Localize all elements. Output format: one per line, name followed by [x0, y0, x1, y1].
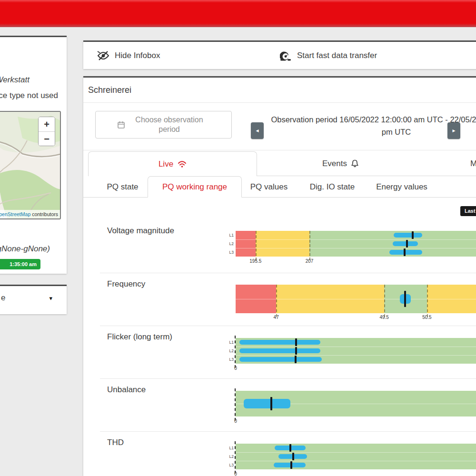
subtab-label: Dig. IO state [310, 182, 355, 192]
eye-off-icon [97, 50, 109, 61]
tab-live[interactable]: Live [88, 151, 257, 176]
device-name-label: Werkstatt [0, 75, 30, 85]
device-code-label: (gNone-gNone) [0, 244, 50, 254]
zero-axis-line [235, 441, 236, 474]
range-bar-L2 [393, 241, 418, 246]
zero-axis-line [235, 388, 236, 421]
zone-boundary-line [384, 285, 385, 317]
device-type-label: Device type not used [0, 91, 58, 100]
last-period-badge[interactable]: Last [460, 206, 476, 216]
axis-tick-label: 0 [234, 418, 237, 424]
sub-tab-bar: PQ state PQ working range PQ values Dig.… [83, 176, 476, 198]
chart-title-flicker-long-term: Flicker (long term) [107, 332, 172, 342]
phase-label: L3 [226, 357, 234, 362]
page-title: Schreinerei [88, 85, 131, 95]
zone-boundary-line [256, 231, 257, 260]
row-divider [236, 239, 476, 240]
range-bar-L3 [389, 250, 422, 255]
location-map[interactable]: + − © OpenStreetMap contributors [0, 111, 61, 219]
zone-yellow [256, 231, 309, 257]
subtab-dig-io-state[interactable]: Dig. IO state [301, 176, 363, 198]
median-marker-L2 [295, 347, 297, 355]
map-zoom-in-button[interactable]: + [39, 117, 55, 131]
axis-tick-label: 0 [234, 366, 237, 371]
axis-tick-label: 0 [234, 471, 237, 476]
median-marker-frequency [404, 291, 406, 307]
divider [100, 378, 476, 379]
subtab-label: PQ working range [162, 182, 227, 192]
subtab-label: Energy values [376, 182, 427, 192]
wifi-icon [178, 160, 187, 168]
chart-plot-thd [236, 444, 476, 469]
zero-axis-line [235, 336, 236, 368]
median-marker-L1 [412, 231, 414, 239]
bell-icon [351, 159, 358, 168]
zone-red [236, 231, 256, 257]
subtab-pq-working-range[interactable]: PQ working range [148, 176, 242, 198]
subtab-label: PQ values [250, 182, 288, 192]
main-tab-bar: Live Events M [83, 151, 476, 176]
map-zoom-out-button[interactable]: − [39, 131, 55, 146]
gauge-icon [280, 50, 291, 61]
last-reading-time-badge: 1:35:00 am [0, 259, 40, 269]
phase-label: L2 [226, 348, 234, 353]
arrow-right-icon: ▸ [452, 127, 455, 134]
zone-boundary-line [309, 231, 310, 260]
row-divider [236, 461, 476, 461]
chart-title-unbalance: Unbalance [107, 385, 146, 395]
tab-live-label: Live [159, 159, 173, 169]
calendar-icon [118, 121, 125, 129]
start-fast-transfer-label: Start fast data transfer [297, 51, 377, 60]
map-attribution: © OpenStreetMap contributors [0, 210, 60, 218]
map-attribution-link[interactable]: © OpenStreetMap [0, 211, 30, 217]
subtab-energy-values[interactable]: Energy values [370, 176, 433, 198]
map-zoom-control: + − [38, 117, 55, 146]
divider [100, 273, 476, 273]
hide-infobox-button[interactable]: Hide Infobox [97, 42, 160, 69]
zone-boundary-line [427, 285, 428, 317]
median-marker-L3 [404, 248, 406, 256]
device-selector-label: e [1, 293, 5, 303]
phase-label: L3 [226, 250, 234, 255]
median-marker-L3 [295, 356, 297, 363]
chart-plot-frequency [236, 285, 476, 313]
tab-events-label: Events [322, 159, 347, 169]
device-selector-card[interactable]: e ▾ [0, 285, 67, 314]
median-marker-L1 [295, 338, 297, 346]
median-marker-L1 [289, 444, 291, 452]
median-marker-L2 [406, 240, 408, 248]
choose-observation-period-button[interactable]: Choose observation period [95, 111, 232, 139]
next-period-button[interactable]: ▸ [447, 122, 460, 139]
subtab-pq-values[interactable]: PQ values [244, 176, 294, 198]
zone-boundary-line [276, 285, 277, 317]
phase-label: L2 [226, 241, 234, 246]
median-marker-L3 [290, 461, 292, 469]
divider [100, 431, 476, 432]
hide-infobox-label: Hide Infobox [115, 51, 160, 60]
axis-tick-label: 207 [306, 258, 314, 264]
toolbar-card: Hide Infobox Start fast data transfer [83, 40, 476, 69]
subtab-pq-state[interactable]: PQ state [98, 176, 148, 198]
range-bar-L2 [239, 348, 320, 353]
tab-measurements[interactable]: M [424, 151, 476, 176]
divider [100, 326, 476, 326]
phase-label: L1 [226, 340, 234, 345]
axis-tick-label: 50.5 [422, 315, 431, 320]
row-divider [236, 299, 476, 299]
observation-period-text: Observation period 16/05/2022 12:00:00 a… [267, 114, 476, 138]
tab-events[interactable]: Events [257, 151, 424, 176]
row-divider [236, 355, 476, 356]
row-divider [236, 452, 476, 453]
divider [83, 102, 476, 103]
range-bar-L3 [274, 463, 306, 467]
chevron-down-icon[interactable]: ▾ [49, 295, 52, 302]
chart-title-thd: THD [107, 438, 124, 447]
phase-label: L3 [226, 463, 234, 467]
phase-label: L2 [226, 454, 234, 459]
previous-period-button[interactable]: ◂ [251, 122, 264, 139]
axis-tick-label: 195.5 [249, 258, 261, 264]
axis-tick-label: 49.5 [379, 315, 388, 320]
median-marker-L2 [292, 453, 294, 460]
start-fast-transfer-button[interactable]: Start fast data transfer [280, 42, 377, 69]
arrow-left-icon: ◂ [256, 127, 258, 134]
